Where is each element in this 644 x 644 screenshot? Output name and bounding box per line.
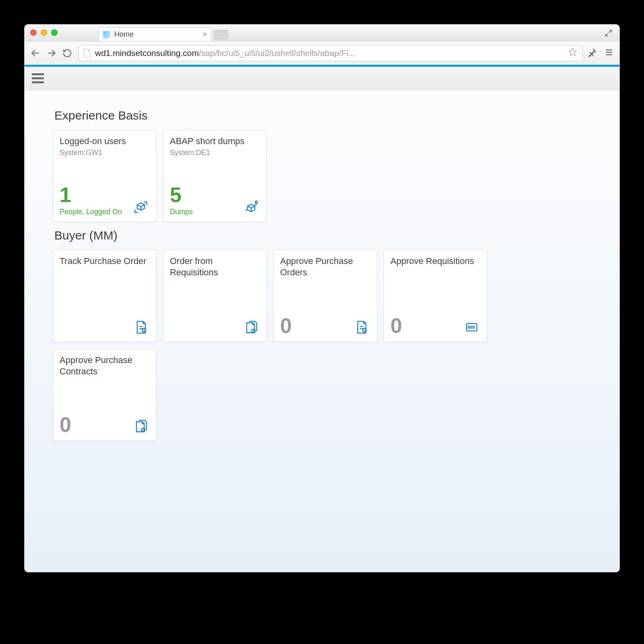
- tile-logged-on-users[interactable]: Logged-on users System:GW1 1 People, Log…: [53, 130, 157, 222]
- tile-title: Logged-on users: [60, 136, 150, 147]
- fiori-header: [25, 67, 619, 90]
- docs-dollar-icon: $: [242, 318, 260, 336]
- svg-text:$: $: [143, 328, 144, 332]
- tile-title: Order from Requisitions: [170, 256, 260, 278]
- url-bar[interactable]: wd1.mindsetconsulting.com /sap/bc/ui5_ui…: [78, 45, 582, 61]
- tile-approve-reqs[interactable]: Approve Requisitions 0: [384, 250, 487, 342]
- window-minimize-button[interactable]: [41, 29, 47, 36]
- tile-title: Track Purchase Order: [60, 256, 150, 267]
- svg-text:$: $: [252, 329, 254, 333]
- tile-subtitle: System:DE1: [170, 149, 260, 157]
- page-icon: [84, 49, 91, 58]
- tile-subtitle: System:GW1: [60, 149, 150, 157]
- tile-title: Approve Requisitions: [390, 256, 481, 267]
- tile-group: Experience Basis Logged-on users System:…: [53, 109, 591, 222]
- box-inspect-icon: [242, 198, 260, 216]
- group-title: Experience Basis: [54, 109, 591, 122]
- fiori-page: Experience Basis Logged-on users System:…: [25, 65, 619, 572]
- tile-kpi: 0: [280, 315, 292, 336]
- forward-button[interactable]: [46, 48, 58, 58]
- box-refresh-icon: [132, 198, 150, 216]
- tile-title: Approve Purchase Orders: [280, 256, 370, 278]
- svg-text:$: $: [142, 428, 144, 432]
- tile-title: ABAP short dumps: [170, 136, 260, 147]
- back-button[interactable]: [30, 48, 41, 58]
- tile-unit: People, Logged On: [60, 208, 122, 216]
- bookmark-star-icon[interactable]: [568, 47, 577, 58]
- tile-kpi: 5: [170, 184, 193, 205]
- menu-icon[interactable]: [604, 47, 614, 59]
- tile-title: Approve Purchase Contracts: [60, 355, 150, 377]
- pin-icon[interactable]: [587, 47, 597, 59]
- barcode-icon: [463, 318, 481, 336]
- tile-group: Buyer (MM) Track Purchase Order $: [53, 229, 591, 441]
- svg-point-1: [255, 201, 258, 203]
- fullscreen-icon[interactable]: [604, 29, 613, 39]
- browser-toolbar: wd1.mindsetconsulting.com /sap/bc/ui5_ui…: [25, 41, 619, 65]
- browser-tab[interactable]: Home ×: [99, 27, 211, 41]
- nav-menu-button[interactable]: [32, 73, 44, 83]
- svg-marker-0: [569, 48, 576, 56]
- traffic-lights: [30, 29, 58, 36]
- tile-abap-dumps[interactable]: ABAP short dumps System:DE1 5 Dumps: [163, 130, 267, 222]
- favicon-icon: [103, 31, 110, 38]
- tile-track-po[interactable]: Track Purchase Order $: [53, 250, 157, 342]
- url-path: /sap/bc/ui5_ui5/ui2/ushell/shells/abap/F…: [199, 48, 355, 58]
- tile-kpi: 0: [60, 414, 71, 435]
- tile-unit: Dumps: [170, 208, 193, 216]
- toolbar-right: [587, 47, 614, 59]
- url-host: wd1.mindsetconsulting.com: [95, 48, 199, 58]
- tab-title: Home: [114, 30, 134, 39]
- reload-button[interactable]: [62, 48, 74, 58]
- window-zoom-button[interactable]: [51, 29, 58, 36]
- docs-dollar-icon: $: [132, 417, 150, 435]
- tile-kpi: 0: [390, 315, 402, 336]
- tab-close-button[interactable]: ×: [202, 30, 207, 39]
- new-tab-button[interactable]: [214, 30, 228, 39]
- doc-dollar-icon: $: [353, 318, 370, 336]
- tile-approve-contracts[interactable]: Approve Purchase Contracts 0 $: [53, 349, 157, 441]
- tile-kpi: 1: [60, 184, 122, 205]
- svg-text:$: $: [363, 328, 365, 332]
- fiori-content: Experience Basis Logged-on users System:…: [25, 90, 619, 453]
- window-close-button[interactable]: [30, 29, 37, 36]
- window-titlebar: Home ×: [25, 25, 619, 41]
- tile-approve-po[interactable]: Approve Purchase Orders 0 $: [273, 250, 377, 342]
- browser-window: Home × wd1.mindsetconsulting.com /sap/bc…: [24, 24, 620, 572]
- group-title: Buyer (MM): [54, 229, 591, 242]
- tile-order-from-reqs[interactable]: Order from Requisitions $: [163, 250, 267, 342]
- doc-dollar-icon: $: [132, 318, 150, 336]
